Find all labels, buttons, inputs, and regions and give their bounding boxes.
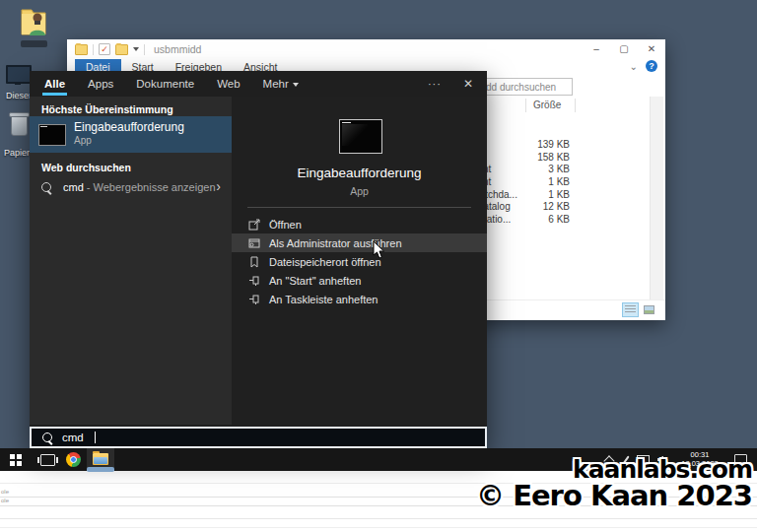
pin-icon [248, 294, 260, 305]
search-icon [41, 182, 51, 192]
tab-alle[interactable]: Alle [44, 71, 65, 97]
action-run-as-admin[interactable]: Als Administrator ausführen [232, 233, 487, 252]
divider [247, 207, 471, 208]
file-explorer-icon [93, 453, 108, 465]
maximize-button[interactable]: ▢ [610, 39, 638, 59]
action-pin-to-taskbar[interactable]: An Taskleiste anheften [232, 290, 487, 308]
watermark-credit: © Eero Kaan 2023 [476, 482, 752, 510]
action-label: An Taskleiste anheften [269, 294, 378, 305]
edge-text-fragment: ole [1, 489, 9, 495]
file-size: 158 KB [537, 152, 570, 163]
file-size: 1 KB [548, 189, 570, 200]
close-button[interactable]: ✕ [638, 39, 665, 59]
task-view-button[interactable] [34, 448, 61, 471]
column-divider [525, 99, 526, 112]
column-divider [575, 99, 576, 112]
properties-check-icon[interactable]: ✓ [99, 43, 110, 55]
search-input-value: cmd [62, 432, 84, 443]
divider [93, 44, 94, 55]
desktop-icon-label [21, 40, 47, 47]
chevron-right-icon[interactable]: › [216, 178, 221, 194]
divider [0, 527, 757, 528]
search-results-list: Höchste Übereinstimmung Eingabeaufforder… [30, 97, 232, 425]
web-query: cmd [63, 181, 84, 193]
progress-indicator [87, 467, 114, 472]
scrollbar[interactable] [650, 97, 663, 300]
explorer-app-icon [75, 44, 88, 55]
tab-dokumente[interactable]: Dokumente [136, 71, 194, 97]
text-caret [95, 432, 96, 443]
chrome-icon [66, 452, 81, 467]
search-icon [42, 432, 52, 442]
file-size: 6 KB [548, 214, 570, 225]
web-result-text: cmd - Webergebnisse anzeigen [63, 181, 216, 193]
desktop-icon-dieser-pc[interactable]: Dieser PC [6, 65, 32, 84]
open-window-icon [248, 219, 260, 231]
help-icon[interactable]: ? [646, 60, 657, 72]
admin-window-icon [248, 237, 260, 249]
tab-mehr[interactable]: Mehr [263, 71, 299, 97]
best-match-result[interactable]: Eingabeaufforderung App [30, 116, 232, 153]
minimize-button[interactable]: – [583, 39, 610, 59]
thumbnail-view-button[interactable] [642, 303, 656, 316]
divider [0, 518, 757, 519]
web-section-header: Web durchsuchen [41, 162, 131, 173]
cmd-icon-large [339, 119, 382, 154]
watermark: kaanlabs.com © Eero Kaan 2023 [476, 457, 752, 510]
divider [144, 44, 145, 55]
desktop-icon-papierkorb[interactable]: Papierkorb [11, 115, 28, 136]
search-panel-controls: ··· ✕ [428, 71, 473, 97]
chevron-down-icon [293, 83, 299, 87]
best-match-subtitle: App [74, 135, 92, 146]
close-icon[interactable]: ✕ [463, 77, 473, 91]
tab-mehr-label: Mehr [263, 78, 289, 90]
qat-dropdown-icon[interactable] [133, 47, 139, 51]
best-match-header: Höchste Übereinstimmung [41, 103, 173, 115]
action-label: Dateispeicherort öffnen [269, 256, 381, 268]
explorer-titlebar[interactable]: ✓ usbmmidd [67, 39, 665, 59]
file-location-icon [248, 256, 260, 268]
start-button[interactable] [2, 448, 30, 471]
search-filter-tabs: Alle Apps Dokumente Web Mehr [30, 71, 487, 97]
collapse-ribbon-icon[interactable]: ⌄ [630, 61, 638, 72]
action-open[interactable]: Öffnen [232, 215, 487, 233]
ribbon-right-controls: ⌄ ? [630, 60, 657, 72]
best-match-title: Eingabeaufforderung [74, 120, 184, 134]
more-options-icon[interactable]: ··· [428, 78, 442, 90]
windows-logo-icon [10, 454, 22, 466]
action-pin-to-start[interactable]: An "Start" anheften [232, 271, 487, 290]
cmd-icon [38, 124, 66, 146]
file-size: 12 KB [543, 201, 570, 212]
file-size: 139 KB [537, 139, 570, 150]
file-size: 3 KB [548, 164, 570, 174]
desktop-icon-user-folder[interactable] [18, 4, 49, 41]
window-controls: – ▢ ✕ [583, 39, 665, 59]
action-list: Öffnen Als Administrator ausführen Datei… [232, 215, 487, 308]
tab-apps[interactable]: Apps [88, 71, 113, 97]
chrome-taskbar-button[interactable] [59, 448, 87, 471]
quick-access-toolbar: ✓ usbmmidd [67, 43, 201, 55]
tab-web[interactable]: Web [217, 71, 240, 97]
web-search-result[interactable]: cmd - Webergebnisse anzeigen › [30, 175, 232, 201]
mouse-cursor [373, 240, 386, 264]
action-label: An "Start" anheften [269, 275, 361, 287]
monitor-icon [6, 65, 32, 84]
web-suffix: - Webergebnisse anzeigen [87, 181, 216, 193]
window-title: usbmmidd [154, 43, 201, 55]
pin-icon [248, 275, 260, 287]
search-detail-pane: Eingabeaufforderung App Öffnen Als Admin… [232, 97, 487, 425]
detail-subtitle: App [232, 185, 487, 197]
edge-text-fragment: ole [1, 498, 9, 503]
column-header-size[interactable]: Größe [533, 100, 561, 110]
action-open-file-location[interactable]: Dateispeicherort öffnen [232, 252, 487, 271]
details-view-button[interactable] [623, 303, 638, 316]
start-search-panel: Alle Apps Dokumente Web Mehr ··· ✕ Höchs… [30, 71, 487, 448]
file-size: 1 KB [548, 176, 570, 187]
search-input[interactable]: cmd [30, 427, 487, 448]
recycle-bin-icon [11, 115, 28, 136]
new-folder-icon[interactable] [115, 44, 128, 55]
user-folder-icon [18, 4, 49, 37]
task-view-icon [40, 454, 55, 466]
detail-title: Eingabeaufforderung [232, 166, 487, 180]
action-label: Öffnen [269, 219, 302, 231]
